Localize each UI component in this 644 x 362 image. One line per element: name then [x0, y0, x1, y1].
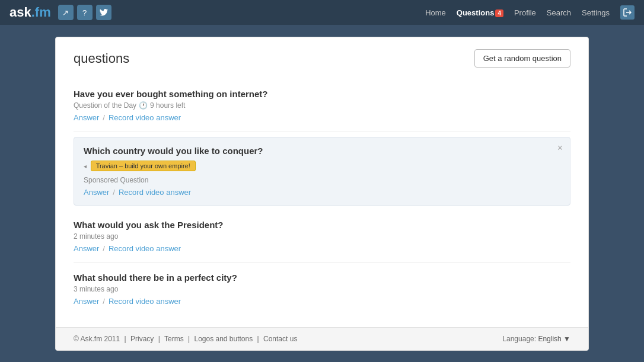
- question-text: Have you ever bought something on intern…: [74, 89, 570, 99]
- sponsored-question-text: Which country would you like to conquer?: [84, 146, 560, 156]
- logo[interactable]: ask.fm: [9, 5, 51, 20]
- sponsored-label: Sponsored Question: [84, 176, 560, 184]
- nav-settings[interactable]: Settings: [582, 8, 610, 17]
- footer-right: Language: English ▼: [502, 335, 570, 343]
- page-header: questions Get a random question: [74, 49, 570, 68]
- question-item: Have you ever bought something on intern…: [74, 79, 570, 132]
- nav-questions[interactable]: Questions4: [457, 8, 503, 17]
- record-video-link[interactable]: Record video answer: [109, 297, 181, 306]
- answer-link[interactable]: Answer: [74, 297, 99, 306]
- close-sponsored-button[interactable]: ×: [557, 143, 563, 153]
- random-question-button[interactable]: Get a random question: [474, 49, 570, 68]
- help-icon[interactable]: ?: [77, 5, 93, 20]
- contact-link[interactable]: Contact us: [263, 335, 297, 343]
- question-text: What would you ask the President?: [74, 220, 570, 230]
- questions-badge: 4: [495, 9, 503, 17]
- meta-time: 9 hours left: [150, 101, 185, 110]
- question-item: What would you ask the President? 2 minu…: [74, 210, 570, 263]
- sponsored-actions: Answer / Record video answer: [84, 188, 560, 197]
- page-title: questions: [74, 51, 129, 66]
- footer-sep: |: [188, 335, 190, 343]
- footer-sep: |: [125, 335, 126, 343]
- record-video-link-sponsored[interactable]: Record video answer: [119, 188, 191, 197]
- action-separator: /: [103, 113, 105, 122]
- sponsored-ad-tag[interactable]: Travian – build your own empire!: [91, 161, 196, 171]
- answer-link-sponsored[interactable]: Answer: [84, 188, 109, 197]
- terms-link[interactable]: Terms: [164, 335, 184, 343]
- action-separator: /: [103, 297, 105, 306]
- action-separator: /: [103, 244, 105, 253]
- question-actions: Answer / Record video answer: [74, 244, 570, 253]
- question-meta: 3 minutes ago: [74, 285, 570, 293]
- sponsored-question-item: × Which country would you like to conque…: [74, 137, 570, 206]
- footer-left: © Ask.fm 2011 | Privacy | Terms | Logos …: [74, 335, 297, 343]
- meta-time: 2 minutes ago: [74, 232, 118, 241]
- question-meta: Question of the Day 🕐 9 hours left: [74, 101, 570, 110]
- question-actions: Answer / Record video answer: [74, 113, 570, 122]
- question-meta: 2 minutes ago: [74, 232, 570, 241]
- question-text: What should there be in a perfect city?: [74, 273, 570, 283]
- nav-search[interactable]: Search: [547, 8, 571, 17]
- nav-profile[interactable]: Profile: [514, 8, 536, 17]
- footer: © Ask.fm 2011 | Privacy | Terms | Logos …: [56, 327, 588, 350]
- ad-arrow-icon: ◂: [84, 163, 87, 169]
- privacy-link[interactable]: Privacy: [130, 335, 154, 343]
- header-nav: Home Questions4 Profile Search Settings: [425, 5, 635, 20]
- logo-fm: .fm: [31, 5, 51, 20]
- answer-link[interactable]: Answer: [74, 113, 99, 122]
- nav-home[interactable]: Home: [425, 8, 446, 17]
- language-label: Language:: [502, 335, 536, 343]
- record-video-link[interactable]: Record video answer: [109, 113, 181, 122]
- answer-link[interactable]: Answer: [74, 244, 99, 253]
- nav-questions-label: Questions: [457, 8, 495, 17]
- action-separator: /: [113, 188, 115, 197]
- footer-copyright: © Ask.fm 2011: [74, 335, 120, 343]
- share-icon[interactable]: ↗: [58, 5, 74, 20]
- main-wrapper: questions Get a random question Have you…: [55, 37, 589, 351]
- header: ask.fm ↗ ? Home Questions4 Profile Searc…: [0, 0, 644, 25]
- footer-sep: |: [158, 335, 160, 343]
- logout-icon[interactable]: [620, 5, 635, 20]
- twitter-icon[interactable]: [96, 5, 111, 20]
- question-item: What should there be in a perfect city? …: [74, 263, 570, 315]
- logos-link[interactable]: Logos and buttons: [194, 335, 253, 343]
- footer-sep: |: [257, 335, 259, 343]
- language-selector[interactable]: English ▼: [538, 335, 570, 343]
- logo-ask: ask: [9, 5, 31, 20]
- clock-icon: 🕐: [139, 101, 148, 110]
- meta-time: 3 minutes ago: [74, 285, 118, 293]
- header-icons: ↗ ?: [58, 5, 111, 20]
- content: questions Get a random question Have you…: [56, 37, 588, 327]
- record-video-link[interactable]: Record video answer: [109, 244, 181, 253]
- meta-label: Question of the Day: [74, 101, 136, 110]
- question-actions: Answer / Record video answer: [74, 297, 570, 306]
